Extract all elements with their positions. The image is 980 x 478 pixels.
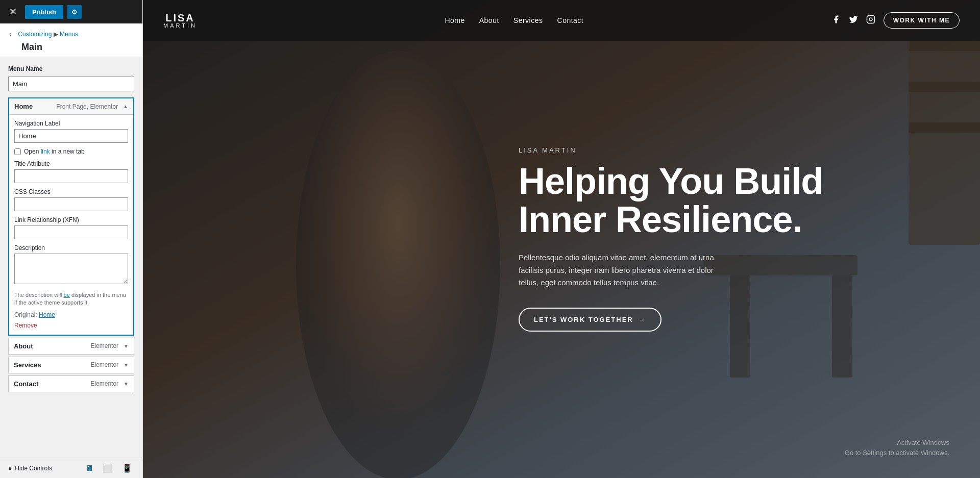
site-preview: LISA MARTIN Home About Services Contact <box>143 0 980 478</box>
description-note-link[interactable]: be <box>64 292 70 298</box>
link-rel-label: Link Relationship (XFN) <box>14 216 128 223</box>
home-item-collapse-arrow[interactable]: ▲ <box>123 104 128 109</box>
about-item-header[interactable]: About Elementor ▼ <box>9 338 134 354</box>
hero-name-tag: LISA MARTIN <box>519 146 939 154</box>
contact-item-name: Contact <box>14 380 38 388</box>
hide-controls-button[interactable]: ● Hide Controls <box>8 465 52 472</box>
open-link-label: Open link in a new tab <box>24 148 85 155</box>
home-item-header[interactable]: Home Front Page, Elementor ▲ <box>9 98 133 115</box>
breadcrumb-customizing[interactable]: Customizing <box>18 31 52 38</box>
desktop-icon-button[interactable]: 🖥 <box>83 462 95 474</box>
home-item-body: Navigation Label Open link in a new tab … <box>9 115 133 335</box>
device-icons: 🖥 ⬜ 📱 <box>83 462 134 474</box>
description-textarea[interactable] <box>14 254 128 284</box>
nav-right: WORK WITH ME <box>831 12 960 29</box>
arrow-icon: → <box>639 316 646 323</box>
hero-headline: Helping You Build Inner Resilience. <box>519 162 939 239</box>
original-row: Original: Home <box>14 311 128 318</box>
services-item-header[interactable]: Services Elementor ▼ <box>9 357 134 373</box>
services-item-name: Services <box>14 361 41 369</box>
services-menu-item: Services Elementor ▼ <box>8 357 134 373</box>
contact-item-header[interactable]: Contact Elementor ▼ <box>9 376 134 392</box>
close-button[interactable]: ✕ <box>5 5 21 18</box>
description-label: Description <box>14 244 128 251</box>
logo-name: LISA <box>165 13 195 23</box>
nav-link-home[interactable]: Home <box>445 16 464 24</box>
section-title: Main <box>21 42 134 53</box>
breadcrumb-area: ‹ Customizing ▶ Menus Main <box>0 23 142 57</box>
back-button[interactable]: ‹ <box>8 29 13 40</box>
tablet-icon-button[interactable]: ⬜ <box>101 462 115 474</box>
open-link-anchor[interactable]: link <box>41 148 50 155</box>
top-bar: ✕ Publish ⚙ <box>0 0 142 23</box>
svg-rect-9 <box>867 16 874 23</box>
work-with-me-button[interactable]: WORK WITH ME <box>884 12 960 29</box>
mobile-icon-button[interactable]: 📱 <box>120 462 134 474</box>
panel-content: Menu Name Home Front Page, Elementor ▲ N… <box>0 57 142 458</box>
contact-item-type: Elementor <box>90 380 118 387</box>
site-logo: LISA MARTIN <box>163 13 197 29</box>
site-wrapper: LISA MARTIN Home About Services Contact <box>143 0 980 478</box>
hero-overlay: LISA MARTIN Helping You Build Inner Resi… <box>478 0 980 478</box>
hero-headline-line2: Inner Resilience. <box>519 199 802 240</box>
lets-work-button[interactable]: LET'S WORK TOGETHER → <box>519 308 662 332</box>
contact-collapse-arrow[interactable]: ▼ <box>124 381 129 387</box>
about-collapse-arrow[interactable]: ▼ <box>124 343 129 349</box>
hide-controls-label: Hide Controls <box>15 465 52 472</box>
nav-label-input[interactable] <box>14 129 128 143</box>
contact-menu-item: Contact Elementor ▼ <box>8 375 134 392</box>
services-collapse-arrow[interactable]: ▼ <box>124 362 129 368</box>
site-nav: LISA MARTIN Home About Services Contact <box>143 0 980 41</box>
publish-gear-button[interactable]: ⚙ <box>67 5 82 19</box>
title-attr-input[interactable] <box>14 169 128 183</box>
hero-subtext: Pellentesque odio aliquam vitae amet, el… <box>519 251 733 289</box>
breadcrumb-arrow: ▶ <box>54 31 60 38</box>
description-note: The description will be displayed in the… <box>14 291 128 307</box>
nav-links: Home About Services Contact <box>445 16 583 24</box>
activate-windows-sub: Go to Settings to activate Windows. <box>845 448 949 458</box>
instagram-icon[interactable] <box>866 15 875 26</box>
about-menu-item: About Elementor ▼ <box>8 338 134 355</box>
nav-link-services[interactable]: Services <box>513 16 543 24</box>
activate-windows: Activate Windows Go to Settings to activ… <box>845 438 949 458</box>
css-classes-label: CSS Classes <box>14 188 128 195</box>
menu-name-input[interactable] <box>8 77 134 91</box>
title-attr-label: Title Attribute <box>14 160 128 167</box>
facebook-icon[interactable] <box>831 15 841 26</box>
home-item-name: Home <box>14 103 33 110</box>
eye-icon: ● <box>8 465 12 472</box>
customizer-panel: ✕ Publish ⚙ ‹ Customizing ▶ Menus Main M… <box>0 0 143 478</box>
activate-windows-title: Activate Windows <box>845 438 949 448</box>
logo-sub: MARTIN <box>163 23 197 29</box>
link-rel-input[interactable] <box>14 225 128 239</box>
bottom-bar: ● Hide Controls 🖥 ⬜ 📱 <box>0 458 142 478</box>
breadcrumb-menus[interactable]: Menus <box>60 31 78 38</box>
lets-work-label: LET'S WORK TOGETHER <box>534 316 633 323</box>
css-classes-input[interactable] <box>14 197 128 211</box>
about-item-name: About <box>14 342 33 350</box>
open-link-checkbox[interactable] <box>14 148 21 155</box>
open-link-row: Open link in a new tab <box>14 148 128 155</box>
nav-link-about[interactable]: About <box>479 16 499 24</box>
home-menu-item: Home Front Page, Elementor ▲ Navigation … <box>8 97 134 336</box>
original-label: Original: <box>14 311 37 318</box>
publish-button[interactable]: Publish <box>25 5 63 19</box>
breadcrumb: Customizing ▶ Menus <box>18 31 78 38</box>
twitter-icon[interactable] <box>849 15 858 26</box>
remove-link[interactable]: Remove <box>14 322 37 329</box>
nav-link-contact[interactable]: Contact <box>557 16 584 24</box>
menu-name-label: Menu Name <box>8 65 134 72</box>
about-item-type: Elementor <box>90 342 118 349</box>
original-link[interactable]: Home <box>39 311 55 318</box>
home-item-type: Front Page, Elementor <box>56 103 118 110</box>
hero-headline-line1: Helping You Build <box>519 161 823 202</box>
nav-label-label: Navigation Label <box>14 120 128 127</box>
services-item-type: Elementor <box>90 361 118 368</box>
